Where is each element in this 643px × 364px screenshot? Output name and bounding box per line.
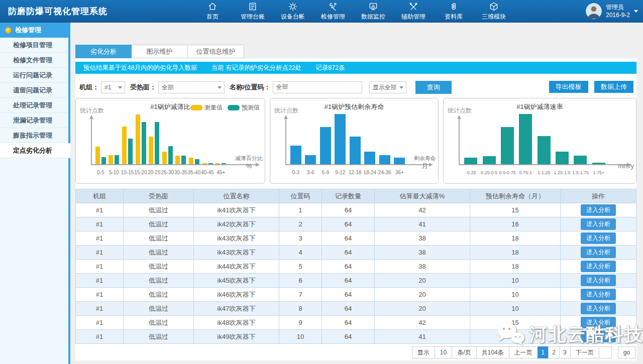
y-axis [459,118,460,165]
legend-label: 测量值 [204,103,223,112]
bar [464,158,477,164]
nav-item-monitor[interactable]: 数据监控 [353,0,393,23]
enter-analysis-button[interactable]: 进入分析 [581,204,616,216]
cell-surface: 低温过 [124,246,194,260]
sidebar-item-degradation[interactable]: 定点劣化分析 [0,143,70,158]
col-header-count: 记录数量 [322,189,375,203]
nav-item-cube3d[interactable]: 三维模块 [474,0,514,23]
sidebar-item-leak-records[interactable]: 泄漏记录管理 [0,113,68,128]
col-header-surface: 受热面 [124,189,194,203]
bar [181,156,186,164]
chevron-down-icon[interactable] [634,10,638,13]
cell-max-thin: 42 [375,203,470,217]
sidebar-item-overhaul-files[interactable]: 检修文件管理 [0,53,68,68]
nav-item-assist[interactable]: 辅助管理 [393,0,434,23]
filter-row: 机组： #1 受热面： 全部 名称/位置码： 显示全部 查询 导出模板 数据上传 [75,80,636,94]
cell-unit: #1 [76,288,124,302]
cell-life: 15 [470,203,561,217]
bar-group [333,114,348,164]
enter-analysis-button[interactable]: 进入分析 [581,232,616,244]
cell-life: 10 [470,302,561,316]
bar-group [94,147,108,164]
tab-degradation-analysis[interactable]: 劣化分析 [75,45,132,58]
cell-max-thin: 38 [375,246,470,260]
page-button-3[interactable]: 3 [559,346,571,358]
nav-item-ledger[interactable]: 管理台账 [233,0,273,23]
tab-position-info[interactable]: 位置信息维护 [188,45,244,58]
tab-bar: 劣化分析图示维护位置信息维护 [75,45,244,58]
name-code-input[interactable] [273,81,362,93]
nav-item-library[interactable]: 资料库 [434,0,474,23]
sidebar-item-legacy-issues[interactable]: 遗留问题记录 [0,83,68,98]
page-button-2[interactable]: 2 [548,346,560,358]
tab-diagram-maintain[interactable]: 图示维护 [132,45,188,58]
user-name: 管理员 [606,3,630,11]
cell-max-thin: 41 [375,330,470,344]
col-header-action: 操作 [561,189,636,203]
export-template-button[interactable]: 导出模板 [549,81,588,93]
data-upload-button[interactable]: 数据上传 [594,81,633,93]
x-ticks: 0-55-1010-1515-2020-2525-3030-3535-4040-… [94,170,228,175]
chart-panel-1: #1锅炉减薄比测量值预测值 统计点数 0-55-1010-1515-2020-2… [75,98,265,184]
cell-action: 进入分析 [561,302,636,316]
bar [216,163,220,164]
x-tick-label: 5-10 [108,170,121,175]
sidebar-item-run-issues[interactable]: 运行问题记录 [0,68,68,83]
surface-select[interactable]: 全部 [158,81,225,93]
cell-code: 7 [279,288,322,302]
user-box[interactable]: 管理员 2016-9-2 [586,3,630,19]
cell-count: 64 [322,330,375,344]
enter-analysis-button[interactable]: 进入分析 [581,218,616,230]
nav-item-overhaul[interactable]: 检修管理 [313,0,353,23]
bar [162,152,167,165]
main-area: 劣化分析图示维护位置信息维护 预估结果基于近48月内的的劣化导入数据当前 有记录… [70,23,643,364]
display-select[interactable]: 显示全部 [369,81,406,93]
query-button[interactable]: 查询 [415,81,452,94]
prev-page-button[interactable]: 上一页 [509,346,538,358]
cell-code: 5 [279,260,322,274]
nav-label: 三维模块 [474,13,514,21]
bar-group [553,152,571,165]
next-page-button[interactable]: 下一页 [570,346,599,358]
nav-item-home[interactable]: 首页 [192,0,233,23]
cell-action: 进入分析 [561,330,636,344]
go-button[interactable]: go [618,346,635,358]
cell-max-thin: 41 [375,217,470,231]
enter-analysis-button[interactable]: 进入分析 [581,331,616,342]
bar-group [571,156,589,164]
module-dot-icon [5,27,12,34]
enter-analysis-button[interactable]: 进入分析 [581,261,616,272]
bar [305,155,316,164]
unit-select[interactable]: #1 [101,81,125,93]
content-card: 预估结果基于近48月内的的劣化导入数据当前 有记录的炉劣化分析点22处记录872… [75,58,636,360]
table-row: #1低温过ik49吹灰器下10644116进入分析 [76,330,636,344]
enter-analysis-button[interactable]: 进入分析 [581,289,616,300]
enter-analysis-button[interactable]: 进入分析 [581,247,616,258]
col-header-max-thin: 估算最大减薄% [375,189,470,203]
page-size[interactable]: 10 [435,346,452,358]
nav-item-equipment[interactable]: 设备台帐 [273,0,313,23]
col-header-name: 位置名称 [194,189,279,203]
bar [168,146,173,164]
sidebar-header[interactable]: 检修管理 [0,23,70,38]
x-axis-unit: 减薄百分比% [235,155,263,170]
cell-name: ik47吹灰器下 [194,302,279,316]
user-date: 2016-9-2 [606,11,630,19]
cell-unit: #1 [76,203,124,217]
enter-analysis-button[interactable]: 进入分析 [581,303,616,314]
x-axis [91,164,256,165]
x-ticks: 0-33-66-99-1212-1818-2424-3636+ [288,170,407,175]
sidebar-item-handle-records[interactable]: 处理记录管理 [0,98,68,113]
cell-life: 16 [470,217,561,231]
bar-group [121,127,134,164]
page-button-1[interactable]: 1 [538,346,549,358]
enter-analysis-button[interactable]: 进入分析 [581,275,616,286]
goto-page-input[interactable] [599,346,612,358]
cell-surface: 低温过 [124,231,194,246]
cell-name: ik48吹灰器下 [194,316,279,330]
enter-analysis-button[interactable]: 进入分析 [581,317,616,328]
sidebar-item-overhaul-projects[interactable]: 检修项目管理 [0,38,68,53]
notice-part2: 当前 有记录的炉劣化分析点22处 [211,64,301,71]
x-tick-label: 1-1.25 [535,170,553,175]
sidebar-item-expansion-indicate[interactable]: 膨胀指示管理 [0,128,68,143]
